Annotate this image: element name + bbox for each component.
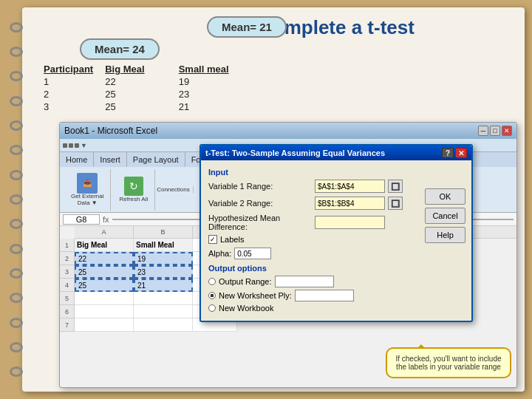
row-headers: 1 2 3 4 5 6 7 [60, 239, 75, 332]
cell-b2[interactable]: 19 [134, 252, 193, 265]
cell-b4[interactable]: 21 [134, 279, 193, 292]
alpha-row: Alpha: [208, 248, 464, 259]
col-header-smallmeal: Small meal [176, 63, 238, 75]
input-section-label: Input [208, 168, 464, 177]
cell-a1[interactable]: Big Meal [75, 239, 134, 252]
participant-1: 1 [41, 75, 102, 88]
var2-input[interactable] [315, 197, 385, 210]
new-worksheet-row: New Worksheet Ply: [208, 290, 464, 301]
cell-b5[interactable] [134, 292, 193, 305]
smallmeal-3: 21 [176, 100, 238, 113]
col-header-B: B [134, 226, 193, 238]
new-worksheet-input[interactable] [295, 290, 354, 301]
hyp-mean-label: Hypothesized Mean Difference: [208, 214, 312, 231]
new-workbook-row: New Workbook [208, 304, 464, 313]
cell-a4[interactable]: 25 [75, 279, 134, 292]
output-range-input[interactable] [275, 276, 334, 287]
spiral-binding [7, 0, 25, 399]
get-external-data-label: Get ExternalData ▼ [71, 194, 103, 207]
var1-range-button[interactable]: 🔲 [388, 180, 403, 193]
cell-b7[interactable] [134, 318, 193, 332]
dialog-title: t-Test: Two-Sample Assuming Equal Varian… [205, 149, 385, 157]
new-worksheet-label: New Worksheet Ply: [219, 291, 292, 300]
name-box[interactable]: G8 [63, 214, 100, 225]
dialog-side-buttons: OK Cancel Help [425, 188, 466, 243]
row-num-7: 7 [60, 318, 74, 332]
cell-b6[interactable] [134, 305, 193, 318]
bigmeal-1: 22 [102, 75, 153, 88]
row-num-5: 5 [60, 292, 74, 305]
formula-bar-separator: fx [103, 215, 109, 224]
var2-range-button[interactable]: 🔲 [388, 197, 403, 210]
get-external-data-button[interactable]: 📥 Get ExternalData ▼ [69, 172, 106, 208]
new-workbook-label: New Workbook [219, 304, 273, 313]
var1-label: Variable 1 Range: [208, 182, 312, 191]
ribbon-group-refresh: ↻ Refresh All [112, 169, 155, 211]
dialog-help-icon[interactable]: ? [442, 148, 454, 158]
toolbar-arrow: ▼ [81, 142, 87, 149]
cell-b3[interactable]: 23 [134, 265, 193, 279]
cell-a6[interactable] [75, 305, 134, 318]
toolbar-icon [69, 143, 73, 148]
get-external-data-icon: 📥 [77, 173, 98, 194]
labels-checkbox[interactable] [208, 235, 217, 244]
smallmeal-1: 19 [176, 75, 238, 88]
col-header-participant: Participant [41, 63, 102, 75]
smallmeal-2: 23 [176, 88, 238, 100]
alpha-label: Alpha: [208, 249, 231, 258]
close-button[interactable]: ✕ [502, 126, 512, 136]
var2-label: Variable 2 Range: [208, 199, 312, 208]
excel-window-controls: ─ □ ✕ [478, 126, 512, 136]
dialog-close-button[interactable]: ✕ [455, 148, 467, 158]
hyp-mean-input[interactable] [315, 216, 385, 229]
refresh-label: Refresh All [119, 196, 148, 202]
table-row: 3 25 21 [41, 100, 238, 113]
new-worksheet-radio[interactable] [208, 292, 216, 299]
cell-a3[interactable]: 25 [75, 265, 134, 279]
new-workbook-radio[interactable] [208, 304, 216, 312]
output-section-label: Output options [208, 264, 464, 273]
row-num-2: 2 [60, 252, 74, 265]
table-row: 1 22 19 [41, 75, 238, 88]
col-header-bigmeal: Big Meal [102, 63, 153, 75]
ttest-dialog: t-Test: Two-Sample Assuming Equal Varian… [200, 144, 473, 322]
cell-a7[interactable] [75, 318, 134, 332]
connections-label: Connections [157, 186, 193, 193]
dialog-body: OK Cancel Help Input Variable 1 Range: 🔲… [201, 160, 471, 321]
ribbon-group-get-external: 📥 Get ExternalData ▼ [64, 169, 111, 211]
var1-input[interactable] [315, 180, 385, 193]
data-table-area: Participant Big Meal Small meal 1 22 19 … [41, 63, 238, 113]
mean21-bubble: Mean= 21 [207, 16, 287, 38]
bigmeal-3: 25 [102, 100, 153, 113]
excel-title: Book1 - Microsoft Excel [64, 126, 157, 136]
bigmeal-2: 25 [102, 88, 153, 100]
maximize-button[interactable]: □ [490, 126, 500, 136]
col-separator [154, 63, 176, 75]
dialog-titlebar: t-Test: Two-Sample Assuming Equal Varian… [201, 146, 471, 160]
excel-titlebar: Book1 - Microsoft Excel ─ □ ✕ [60, 123, 516, 139]
minimize-button[interactable]: ─ [478, 126, 488, 136]
row-num-6: 6 [60, 305, 74, 318]
mean24-bubble: Mean= 24 [80, 38, 160, 60]
alpha-input[interactable] [234, 248, 271, 259]
cancel-button[interactable]: Cancel [425, 208, 466, 224]
help-button[interactable]: Help [425, 227, 466, 243]
dialog-controls: ? ✕ [442, 148, 467, 158]
participant-3: 3 [41, 100, 102, 113]
table-row: 2 25 23 [41, 88, 238, 100]
row-num-3: 3 [60, 265, 74, 279]
ok-button[interactable]: OK [425, 188, 466, 205]
row-num-1: 1 [60, 239, 74, 252]
tab-insert[interactable]: Insert [94, 152, 127, 167]
refresh-icon: ↻ [124, 177, 143, 196]
callout-text: If checked, you'll want to include the l… [395, 355, 501, 371]
cell-a5[interactable] [75, 292, 134, 305]
tab-pagelayout[interactable]: Page Layout [127, 152, 185, 167]
toolbar-icon [63, 143, 67, 148]
refresh-all-button[interactable]: ↻ Refresh All [117, 176, 150, 203]
row-num-4: 4 [60, 279, 74, 292]
cell-a2[interactable]: 22 [75, 252, 134, 265]
output-range-radio[interactable] [208, 278, 216, 285]
cell-b1[interactable]: Small Meal [134, 239, 193, 252]
tab-home[interactable]: Home [60, 152, 94, 167]
